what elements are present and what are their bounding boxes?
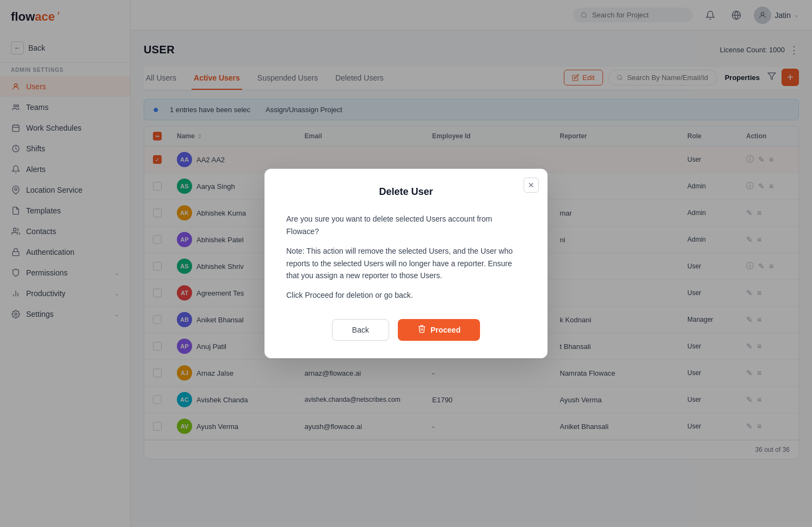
modal-back-button[interactable]: Back	[332, 319, 389, 341]
modal-overlay: Delete User ✕ Are you sure you want to d…	[0, 0, 812, 527]
modal-body: Are you sure you want to delete selected…	[286, 213, 526, 301]
modal-close-button[interactable]: ✕	[524, 177, 539, 193]
modal-question: Are you sure you want to delete selected…	[286, 213, 526, 237]
modal-note: Note: This action will remove the select…	[286, 245, 526, 281]
modal-proceed-button[interactable]: Proceed	[398, 319, 480, 341]
proceed-label: Proceed	[430, 326, 460, 334]
modal-title: Delete User	[286, 186, 526, 198]
delete-user-modal: Delete User ✕ Are you sure you want to d…	[264, 169, 548, 358]
modal-actions: Back Proceed	[286, 319, 526, 341]
modal-instruction: Click Proceed for deletion or go back.	[286, 289, 526, 301]
trash-icon	[417, 324, 426, 335]
